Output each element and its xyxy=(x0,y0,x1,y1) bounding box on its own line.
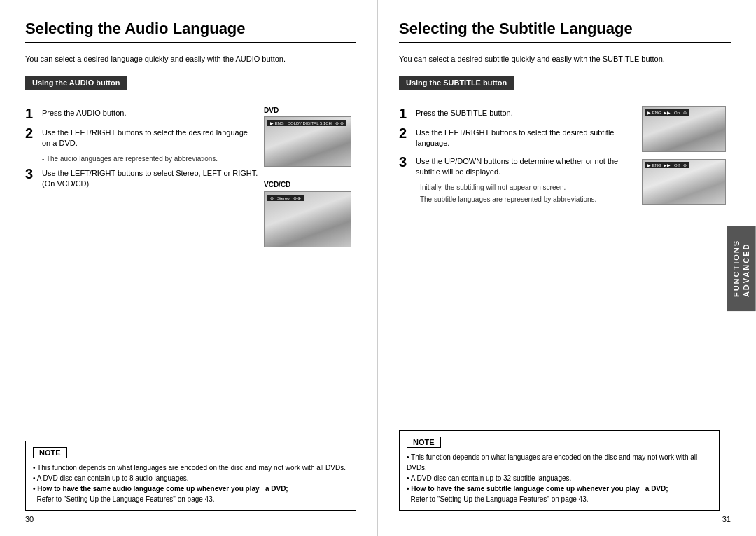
right-note-content: NOTE • This function depends on what lan… xyxy=(399,430,720,511)
right-note-line-2: • A DVD disc can contain up to 32 subtit… xyxy=(407,473,712,483)
left-note-line-4: Refer to "Setting Up the Language Featur… xyxy=(33,494,349,504)
left-page-number: 30 xyxy=(25,515,34,523)
right-step-3-number: 3 xyxy=(399,155,410,169)
right-screenshots: ▶ ENG ▶▶ On ⊕ ▶ ENG ▶▶ Off ⊕ xyxy=(636,106,731,207)
right-content-area: 1 Press the SUBTITLE button. 2 Use the L… xyxy=(399,106,731,207)
left-page-title: Selecting the Audio Language xyxy=(25,20,356,43)
right-step-2: 2 Use the LEFT/RIGHT buttons to select t… xyxy=(399,126,636,149)
left-steps-section: 1 Press the AUDIO button. 2 Use the LEFT… xyxy=(25,106,258,247)
right-step-2-text: Use the LEFT/RIGHT buttons to select the… xyxy=(416,126,636,149)
right-step-3: 3 Use the UP/DOWN buttons to determine w… xyxy=(399,155,636,178)
left-note-title: NOTE xyxy=(33,447,67,458)
right-step-2-number: 2 xyxy=(399,126,410,140)
vcd-label: VCD/CD xyxy=(264,181,356,188)
subtitle-top-text: ▶ ENG ▶▶ On ⊕ xyxy=(648,110,687,115)
left-sub-note: - The audio languages are represented by… xyxy=(42,155,258,163)
left-section-header: Using the AUDIO button xyxy=(25,76,127,90)
left-step-2: 2 Use the LEFT/RIGHT buttons to select t… xyxy=(25,126,258,149)
left-note-line-2: • A DVD disc can contain up to 8 audio l… xyxy=(33,473,349,483)
side-tab-line1: ADVANCED xyxy=(743,242,751,297)
left-step-1: 1 Press the AUDIO button. xyxy=(25,106,258,121)
right-note-text: • This function depends on what language… xyxy=(407,452,712,504)
right-note-line-4: Refer to "Setting Up the Language Featur… xyxy=(407,494,712,504)
side-tab-line2: FUNCTIONS xyxy=(732,239,741,296)
subtitle-bottom-text: ▶ ENG ▶▶ Off ⊕ xyxy=(648,163,687,167)
right-step-1-text: Press the SUBTITLE button. xyxy=(416,106,513,118)
right-page-title: Selecting the Subtitle Language xyxy=(399,20,731,43)
vcd-screen-bar: ⊕ Stereo ⊕ ⊕ xyxy=(267,195,304,201)
right-step-3-text: Use the UP/DOWN buttons to determine whe… xyxy=(416,155,636,178)
right-note-line-1: • This function depends on what language… xyxy=(407,452,712,473)
left-step-2-text: Use the LEFT/RIGHT buttons to select the… xyxy=(42,126,258,149)
left-note-box: NOTE • This function depends on what lan… xyxy=(25,435,356,511)
left-step-1-text: Press the AUDIO button. xyxy=(42,106,126,118)
right-note-box: NOTE • This function depends on what lan… xyxy=(399,425,720,511)
subtitle-bottom-bar: ▶ ENG ▶▶ Off ⊕ xyxy=(645,162,690,168)
right-steps-section: 1 Press the SUBTITLE button. 2 Use the L… xyxy=(399,106,636,207)
vcd-screenshot: ⊕ Stereo ⊕ ⊕ xyxy=(264,191,351,247)
left-step-3-text: Use the LEFT/RIGHT buttons to select Ste… xyxy=(42,167,258,190)
left-note-text: • This function depends on what language… xyxy=(33,462,349,504)
left-step-3: 3 Use the LEFT/RIGHT buttons to select S… xyxy=(25,167,258,190)
left-note-line-1: • This function depends on what language… xyxy=(33,462,349,473)
right-page: Selecting the Subtitle Language You can … xyxy=(378,0,756,536)
right-step-1-number: 1 xyxy=(399,106,410,121)
right-sub-note-2: - The subtitle languages are represented… xyxy=(416,195,636,203)
left-content-area: 1 Press the AUDIO button. 2 Use the LEFT… xyxy=(25,106,356,247)
right-section-header: Using the SUBTITLE button xyxy=(399,76,514,90)
subtitle-top-bar: ▶ ENG ▶▶ On ⊕ xyxy=(645,109,690,116)
page-container: Selecting the Audio Language You can sel… xyxy=(0,0,756,536)
right-page-number: 31 xyxy=(722,515,731,523)
left-screenshots: DVD ▶ ENG DOLBY DIGITAL 5.1CH ⊕ ⊕ VCD/CD… xyxy=(258,106,356,247)
vcd-screen-text: ⊕ Stereo ⊕ ⊕ xyxy=(270,195,301,200)
vcd-label-container: VCD/CD ⊕ Stereo ⊕ ⊕ xyxy=(264,181,356,247)
right-note-line-3: • How to have the same subtitle language… xyxy=(407,483,712,494)
dvd-screenshot: ▶ ENG DOLBY DIGITAL 5.1CH ⊕ ⊕ xyxy=(264,116,351,167)
right-intro-text: You can select a desired subtitle quickl… xyxy=(399,55,731,63)
dvd-label: DVD xyxy=(264,106,356,114)
left-intro-text: You can select a desired language quickl… xyxy=(25,55,356,63)
left-step-2-number: 2 xyxy=(25,126,36,140)
subtitle-screenshot-bottom: ▶ ENG ▶▶ Off ⊕ xyxy=(642,159,726,205)
left-note-line-3: • How to have the same audio language co… xyxy=(33,483,349,494)
right-step-1: 1 Press the SUBTITLE button. xyxy=(399,106,636,121)
left-note-content: NOTE • This function depends on what lan… xyxy=(25,441,356,511)
left-step-3-number: 3 xyxy=(25,167,36,181)
right-sub-note-1: - Initially, the subtitling will not app… xyxy=(416,184,636,191)
left-page: Selecting the Audio Language You can sel… xyxy=(0,0,378,536)
dvd-screen-text: ▶ ENG DOLBY DIGITAL 5.1CH ⊕ ⊕ xyxy=(270,121,344,125)
dvd-screen-bar: ▶ ENG DOLBY DIGITAL 5.1CH ⊕ ⊕ xyxy=(267,120,346,126)
dvd-label-container: DVD ▶ ENG DOLBY DIGITAL 5.1CH ⊕ ⊕ xyxy=(264,106,356,167)
subtitle-screenshot-top: ▶ ENG ▶▶ On ⊕ xyxy=(642,106,726,152)
left-step-1-number: 1 xyxy=(25,106,36,121)
right-sub-notes: - Initially, the subtitling will not app… xyxy=(416,184,636,203)
right-note-title: NOTE xyxy=(407,437,441,448)
side-tab: ADVANCED FUNCTIONS xyxy=(727,225,756,310)
